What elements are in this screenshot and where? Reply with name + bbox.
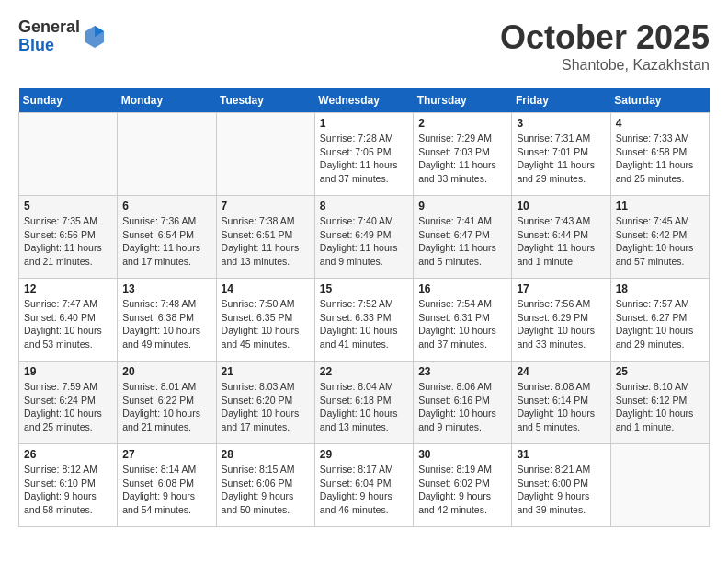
day-number: 20 bbox=[122, 365, 210, 378]
day-cell: 14Sunrise: 7:50 AM Sunset: 6:35 PM Dayli… bbox=[216, 279, 314, 362]
weekday-row: SundayMondayTuesdayWednesdayThursdayFrid… bbox=[19, 88, 710, 113]
day-number: 2 bbox=[418, 117, 506, 130]
location: Shantobe, Kazakhstan bbox=[500, 57, 710, 74]
day-cell: 27Sunrise: 8:14 AM Sunset: 6:08 PM Dayli… bbox=[118, 444, 216, 527]
day-cell: 4Sunrise: 7:33 AM Sunset: 6:58 PM Daylig… bbox=[610, 113, 709, 196]
day-info: Sunrise: 8:14 AM Sunset: 6:08 PM Dayligh… bbox=[122, 463, 210, 517]
day-number: 4 bbox=[616, 117, 704, 130]
day-cell: 11Sunrise: 7:45 AM Sunset: 6:42 PM Dayli… bbox=[610, 196, 709, 279]
day-info: Sunrise: 7:48 AM Sunset: 6:38 PM Dayligh… bbox=[122, 297, 210, 351]
day-number: 22 bbox=[320, 365, 408, 378]
day-number: 31 bbox=[517, 448, 605, 461]
day-number: 29 bbox=[320, 448, 408, 461]
month-title: October 2025 bbox=[500, 18, 710, 57]
day-info: Sunrise: 8:19 AM Sunset: 6:02 PM Dayligh… bbox=[418, 463, 506, 517]
day-cell: 1Sunrise: 7:28 AM Sunset: 7:05 PM Daylig… bbox=[314, 113, 413, 196]
weekday-header-sunday: Sunday bbox=[19, 88, 118, 113]
day-info: Sunrise: 7:50 AM Sunset: 6:35 PM Dayligh… bbox=[222, 297, 310, 351]
day-cell: 24Sunrise: 8:08 AM Sunset: 6:14 PM Dayli… bbox=[512, 362, 610, 444]
week-row-5: 26Sunrise: 8:12 AM Sunset: 6:10 PM Dayli… bbox=[19, 444, 710, 527]
day-info: Sunrise: 7:35 AM Sunset: 6:56 PM Dayligh… bbox=[24, 214, 112, 269]
day-cell: 17Sunrise: 7:56 AM Sunset: 6:29 PM Dayli… bbox=[512, 279, 610, 362]
calendar-table: SundayMondayTuesdayWednesdayThursdayFrid… bbox=[18, 88, 710, 527]
day-info: Sunrise: 7:54 AM Sunset: 6:31 PM Dayligh… bbox=[418, 297, 506, 351]
day-info: Sunrise: 7:45 AM Sunset: 6:42 PM Dayligh… bbox=[616, 214, 704, 269]
day-number: 13 bbox=[122, 282, 210, 295]
day-info: Sunrise: 7:40 AM Sunset: 6:49 PM Dayligh… bbox=[320, 214, 408, 269]
day-cell bbox=[216, 113, 314, 196]
day-info: Sunrise: 7:29 AM Sunset: 7:03 PM Dayligh… bbox=[418, 132, 506, 186]
day-cell: 28Sunrise: 8:15 AM Sunset: 6:06 PM Dayli… bbox=[216, 444, 314, 527]
day-cell: 22Sunrise: 8:04 AM Sunset: 6:18 PM Dayli… bbox=[314, 362, 413, 444]
weekday-header-saturday: Saturday bbox=[610, 88, 709, 113]
day-number: 12 bbox=[24, 282, 112, 295]
day-number: 11 bbox=[616, 200, 704, 213]
day-number: 25 bbox=[616, 365, 704, 378]
day-number: 9 bbox=[418, 200, 506, 213]
day-info: Sunrise: 8:03 AM Sunset: 6:20 PM Dayligh… bbox=[222, 380, 310, 434]
day-info: Sunrise: 8:04 AM Sunset: 6:18 PM Dayligh… bbox=[320, 380, 408, 434]
day-cell: 5Sunrise: 7:35 AM Sunset: 6:56 PM Daylig… bbox=[19, 196, 118, 279]
weekday-header-wednesday: Wednesday bbox=[314, 88, 413, 113]
day-number: 7 bbox=[222, 200, 310, 213]
day-number: 24 bbox=[517, 365, 605, 378]
week-row-1: 1Sunrise: 7:28 AM Sunset: 7:05 PM Daylig… bbox=[19, 113, 710, 196]
day-number: 10 bbox=[517, 200, 605, 213]
day-number: 18 bbox=[616, 282, 704, 295]
weekday-header-friday: Friday bbox=[512, 88, 610, 113]
day-info: Sunrise: 7:38 AM Sunset: 6:51 PM Dayligh… bbox=[222, 214, 310, 269]
day-cell: 2Sunrise: 7:29 AM Sunset: 7:03 PM Daylig… bbox=[414, 113, 512, 196]
day-number: 14 bbox=[222, 282, 310, 295]
day-info: Sunrise: 7:33 AM Sunset: 6:58 PM Dayligh… bbox=[616, 132, 704, 186]
day-number: 19 bbox=[24, 365, 112, 378]
day-cell: 7Sunrise: 7:38 AM Sunset: 6:51 PM Daylig… bbox=[216, 196, 314, 279]
day-info: Sunrise: 8:01 AM Sunset: 6:22 PM Dayligh… bbox=[122, 380, 210, 434]
day-cell: 23Sunrise: 8:06 AM Sunset: 6:16 PM Dayli… bbox=[414, 362, 512, 444]
day-number: 27 bbox=[122, 448, 210, 461]
day-cell bbox=[118, 113, 216, 196]
day-info: Sunrise: 8:06 AM Sunset: 6:16 PM Dayligh… bbox=[418, 380, 506, 434]
day-info: Sunrise: 7:57 AM Sunset: 6:27 PM Dayligh… bbox=[616, 297, 704, 351]
logo-blue-text: Blue bbox=[18, 37, 80, 55]
day-cell: 16Sunrise: 7:54 AM Sunset: 6:31 PM Dayli… bbox=[414, 279, 512, 362]
day-info: Sunrise: 7:36 AM Sunset: 6:54 PM Dayligh… bbox=[122, 214, 210, 269]
day-cell: 21Sunrise: 8:03 AM Sunset: 6:20 PM Dayli… bbox=[216, 362, 314, 444]
day-cell: 12Sunrise: 7:47 AM Sunset: 6:40 PM Dayli… bbox=[19, 279, 118, 362]
weekday-header-tuesday: Tuesday bbox=[216, 88, 314, 113]
day-cell: 18Sunrise: 7:57 AM Sunset: 6:27 PM Dayli… bbox=[610, 279, 709, 362]
day-cell bbox=[19, 113, 118, 196]
day-cell: 15Sunrise: 7:52 AM Sunset: 6:33 PM Dayli… bbox=[314, 279, 413, 362]
day-info: Sunrise: 7:31 AM Sunset: 7:01 PM Dayligh… bbox=[517, 132, 605, 186]
day-cell: 19Sunrise: 7:59 AM Sunset: 6:24 PM Dayli… bbox=[19, 362, 118, 444]
day-number: 15 bbox=[320, 282, 408, 295]
title-block: October 2025 Shantobe, Kazakhstan bbox=[500, 18, 710, 74]
week-row-4: 19Sunrise: 7:59 AM Sunset: 6:24 PM Dayli… bbox=[19, 362, 710, 444]
day-number: 21 bbox=[222, 365, 310, 378]
day-cell: 20Sunrise: 8:01 AM Sunset: 6:22 PM Dayli… bbox=[118, 362, 216, 444]
day-cell: 6Sunrise: 7:36 AM Sunset: 6:54 PM Daylig… bbox=[118, 196, 216, 279]
day-number: 3 bbox=[517, 117, 605, 130]
day-info: Sunrise: 7:59 AM Sunset: 6:24 PM Dayligh… bbox=[24, 380, 112, 434]
day-cell: 10Sunrise: 7:43 AM Sunset: 6:44 PM Dayli… bbox=[512, 196, 610, 279]
day-cell: 31Sunrise: 8:21 AM Sunset: 6:00 PM Dayli… bbox=[512, 444, 610, 527]
day-number: 5 bbox=[24, 200, 112, 213]
day-cell: 9Sunrise: 7:41 AM Sunset: 6:47 PM Daylig… bbox=[414, 196, 512, 279]
day-info: Sunrise: 8:08 AM Sunset: 6:14 PM Dayligh… bbox=[517, 380, 605, 434]
day-number: 30 bbox=[418, 448, 506, 461]
logo-general-text: General bbox=[18, 18, 80, 37]
calendar-body: 1Sunrise: 7:28 AM Sunset: 7:05 PM Daylig… bbox=[19, 113, 710, 527]
day-number: 26 bbox=[24, 448, 112, 461]
day-info: Sunrise: 7:52 AM Sunset: 6:33 PM Dayligh… bbox=[320, 297, 408, 351]
day-cell: 26Sunrise: 8:12 AM Sunset: 6:10 PM Dayli… bbox=[19, 444, 118, 527]
logo-icon bbox=[84, 24, 106, 50]
day-info: Sunrise: 8:12 AM Sunset: 6:10 PM Dayligh… bbox=[24, 463, 112, 517]
day-cell: 3Sunrise: 7:31 AM Sunset: 7:01 PM Daylig… bbox=[512, 113, 610, 196]
page-header: General Blue October 2025 Shantobe, Kaza… bbox=[18, 18, 710, 74]
day-info: Sunrise: 8:15 AM Sunset: 6:06 PM Dayligh… bbox=[222, 463, 310, 517]
day-info: Sunrise: 8:10 AM Sunset: 6:12 PM Dayligh… bbox=[616, 380, 704, 434]
day-number: 8 bbox=[320, 200, 408, 213]
weekday-header-thursday: Thursday bbox=[414, 88, 512, 113]
week-row-2: 5Sunrise: 7:35 AM Sunset: 6:56 PM Daylig… bbox=[19, 196, 710, 279]
day-cell bbox=[610, 444, 709, 527]
calendar-header: SundayMondayTuesdayWednesdayThursdayFrid… bbox=[19, 88, 710, 113]
